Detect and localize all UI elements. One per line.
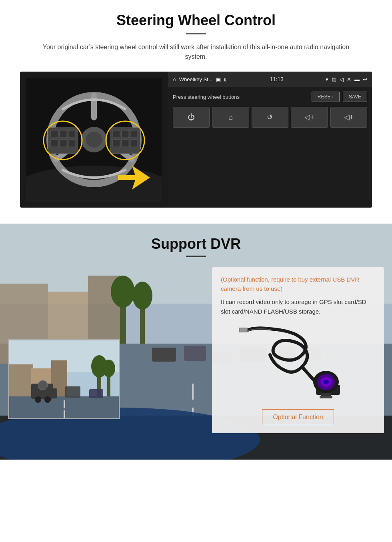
time-display: 11:13 bbox=[270, 76, 284, 82]
svg-rect-10 bbox=[60, 130, 67, 138]
vol-up-icon: ◁+ bbox=[304, 113, 314, 122]
svg-rect-17 bbox=[122, 130, 129, 138]
svg-rect-12 bbox=[51, 140, 58, 147]
power-ctrl-btn[interactable]: ⏻ bbox=[173, 107, 210, 128]
volume-icon: ◁ bbox=[340, 76, 344, 82]
svg-point-65 bbox=[38, 380, 48, 390]
dvr-optional-text: (Optional function, require to buy exter… bbox=[221, 275, 375, 293]
vol-dn-icon: ◁+ bbox=[344, 113, 354, 122]
wifi-icon: ▾ bbox=[326, 76, 328, 82]
dvr-left-area bbox=[8, 263, 204, 419]
dvr-description: It can record video only to storage in G… bbox=[221, 297, 375, 316]
fullscreen-icon: ▬ bbox=[354, 76, 360, 82]
dvr-preview-image bbox=[8, 339, 120, 419]
home-ctrl-btn[interactable]: ⌂ bbox=[212, 107, 249, 128]
vol-dn-ctrl-btn[interactable]: ◁+ bbox=[330, 107, 367, 128]
dvr-title-area: Support DVR bbox=[0, 224, 392, 263]
title-divider bbox=[186, 33, 206, 34]
dvr-camera-image bbox=[221, 323, 375, 403]
svg-rect-9 bbox=[51, 130, 58, 138]
press-buttons: RESET SAVE bbox=[312, 92, 367, 102]
vol-up-ctrl-btn[interactable]: ◁+ bbox=[291, 107, 328, 128]
dvr-main-area: (Optional function, require to buy exter… bbox=[0, 263, 392, 447]
dvr-section: Support DVR bbox=[0, 224, 392, 460]
optional-function-button[interactable]: Optional Function bbox=[262, 409, 334, 425]
dvr-right-area: (Optional function, require to buy exter… bbox=[212, 263, 384, 433]
steering-wheel-illustration bbox=[26, 78, 162, 202]
app-name: Wheelkey St... bbox=[179, 76, 213, 82]
svg-rect-11 bbox=[68, 130, 76, 138]
svg-rect-75 bbox=[240, 328, 247, 332]
svg-rect-13 bbox=[60, 140, 67, 147]
svg-rect-60 bbox=[65, 386, 80, 398]
svg-rect-25 bbox=[118, 175, 137, 180]
dvr-info-box: (Optional function, require to buy exter… bbox=[212, 267, 384, 433]
svg-point-7 bbox=[86, 132, 102, 148]
screenshot-icon: ▨ bbox=[332, 76, 336, 82]
svg-rect-73 bbox=[320, 396, 332, 398]
control-buttons-row: ⏻ ⌂ ↺ ◁+ ◁+ bbox=[173, 107, 367, 128]
svg-rect-58 bbox=[64, 410, 65, 418]
status-bar-time: 11:13 bbox=[270, 76, 284, 82]
home-icon: ⌂ bbox=[173, 76, 176, 82]
svg-rect-57 bbox=[64, 400, 65, 408]
back-ctrl-btn[interactable]: ↺ bbox=[252, 107, 288, 128]
dvr-camera-svg bbox=[222, 323, 374, 403]
close-icon: ✕ bbox=[347, 76, 351, 82]
dvr-title: Support DVR bbox=[0, 236, 392, 252]
svg-rect-19 bbox=[113, 140, 120, 147]
steering-wheel-svg bbox=[26, 78, 162, 202]
svg-rect-16 bbox=[113, 130, 120, 138]
status-bar-left: ⌂ Wheelkey St... ▣ ψ bbox=[173, 76, 228, 82]
back-ctrl-icon: ↺ bbox=[267, 113, 273, 122]
steering-title: Steering Wheel Control bbox=[16, 12, 376, 29]
usb-icon: ψ bbox=[224, 76, 228, 82]
svg-point-55 bbox=[102, 360, 115, 377]
svg-rect-14 bbox=[68, 140, 76, 147]
back-icon: ↩ bbox=[363, 76, 367, 82]
steering-description: Your original car’s steering wheel contr… bbox=[36, 42, 356, 62]
svg-point-64 bbox=[44, 396, 51, 403]
steering-section: Steering Wheel Control Your original car… bbox=[0, 0, 392, 224]
head-unit-content: Press steering wheel buttons RESET SAVE … bbox=[168, 87, 372, 208]
status-bar: ⌂ Wheelkey St... ▣ ψ 11:13 ▾ ▨ ◁ ✕ ▬ ↩ bbox=[168, 72, 372, 87]
sd-icon: ▣ bbox=[216, 76, 221, 82]
steering-wheel-photo bbox=[20, 72, 168, 208]
press-label: Press steering wheel buttons bbox=[173, 94, 240, 100]
svg-point-63 bbox=[35, 396, 41, 403]
svg-rect-18 bbox=[130, 130, 138, 138]
save-button[interactable]: SAVE bbox=[343, 92, 367, 102]
svg-rect-61 bbox=[89, 389, 103, 398]
power-icon: ⏻ bbox=[188, 113, 195, 122]
steering-composite-image: ⌂ Wheelkey St... ▣ ψ 11:13 ▾ ▨ ◁ ✕ ▬ ↩ bbox=[20, 72, 372, 208]
home-ctrl-icon: ⌂ bbox=[228, 113, 233, 122]
status-bar-right: ▾ ▨ ◁ ✕ ▬ ↩ bbox=[326, 76, 367, 82]
svg-rect-20 bbox=[122, 140, 129, 147]
svg-point-71 bbox=[323, 380, 329, 384]
head-unit-ui: ⌂ Wheelkey St... ▣ ψ 11:13 ▾ ▨ ◁ ✕ ▬ ↩ bbox=[168, 72, 372, 208]
svg-rect-21 bbox=[130, 140, 138, 147]
dvr-preview-svg bbox=[9, 340, 120, 419]
press-row: Press steering wheel buttons RESET SAVE bbox=[173, 92, 367, 102]
reset-button[interactable]: RESET bbox=[312, 92, 340, 102]
dvr-title-divider bbox=[186, 256, 206, 257]
